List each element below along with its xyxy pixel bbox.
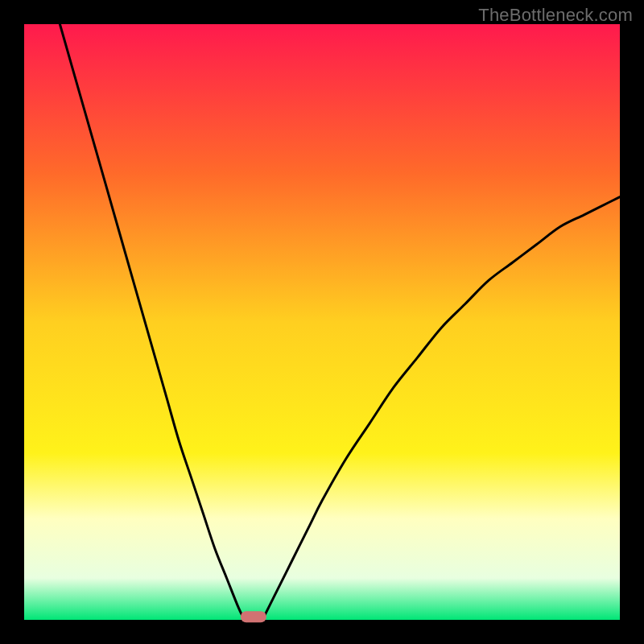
bottleneck-chart <box>0 0 644 644</box>
chart-container: TheBottleneck.com <box>0 0 644 644</box>
watermark-text: TheBottleneck.com <box>478 5 633 26</box>
plot-background <box>24 24 620 620</box>
optimum-marker <box>241 611 266 622</box>
